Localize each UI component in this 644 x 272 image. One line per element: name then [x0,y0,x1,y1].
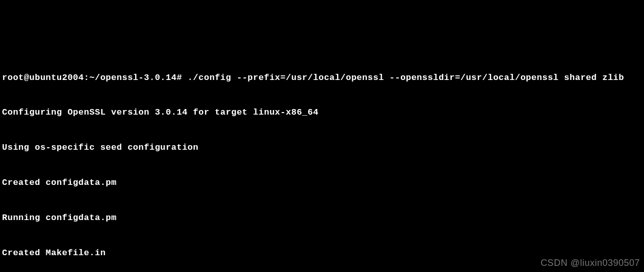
command-line: root@ubuntu2004:~/openssl-3.0.14# ./conf… [2,72,642,84]
output-line: Configuring OpenSSL version 3.0.14 for t… [2,107,642,119]
output-line: Using os-specific seed configuration [2,142,642,154]
shell-prompt: root@ubuntu2004:~/openssl-3.0.14# [2,73,188,83]
command-text: ./config --prefix=/usr/local/openssl --o… [188,73,624,83]
watermark-text: CSDN @liuxin0390507 [540,257,640,269]
output-line: Running configdata.pm [2,212,642,224]
output-line: Created configdata.pm [2,177,642,189]
terminal-output[interactable]: root@ubuntu2004:~/openssl-3.0.14# ./conf… [2,49,642,272]
